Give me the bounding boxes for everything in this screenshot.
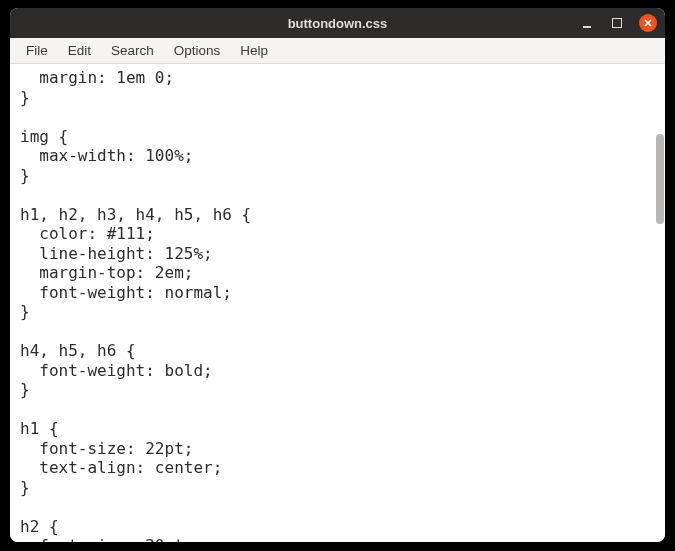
menu-help[interactable]: Help xyxy=(230,40,278,61)
scrollbar-thumb[interactable] xyxy=(656,134,664,224)
close-button[interactable] xyxy=(639,14,657,32)
titlebar[interactable]: buttondown.css xyxy=(10,8,665,38)
menubar: File Edit Search Options Help xyxy=(10,38,665,64)
menu-search[interactable]: Search xyxy=(101,40,164,61)
menu-file[interactable]: File xyxy=(16,40,58,61)
editor-window: buttondown.css File Edit Search Options … xyxy=(10,8,665,542)
maximize-button[interactable] xyxy=(609,15,625,31)
minimize-button[interactable] xyxy=(579,15,595,31)
menu-options[interactable]: Options xyxy=(164,40,231,61)
editor-area: margin: 1em 0; } img { max-width: 100%; … xyxy=(10,64,665,542)
window-title: buttondown.css xyxy=(288,16,388,31)
scrollbar-track[interactable] xyxy=(654,64,664,542)
menu-edit[interactable]: Edit xyxy=(58,40,101,61)
code-editor[interactable]: margin: 1em 0; } img { max-width: 100%; … xyxy=(10,64,665,542)
close-icon xyxy=(643,18,653,28)
window-controls xyxy=(579,8,657,38)
